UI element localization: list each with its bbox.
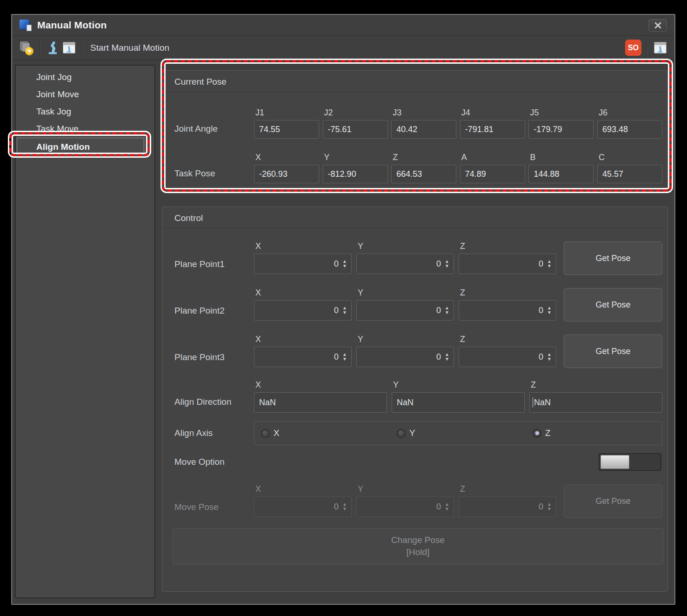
sidebar-item-task-move[interactable]: Task Move [16,120,154,137]
robot-window-button[interactable] [61,40,77,56]
spinner-arrows-icon[interactable]: ▲▼ [342,306,347,315]
align-direction-row: Align Direction X NaN Y NaN Z NaN [162,380,667,413]
plane-point1-row: Plane Point1 X 0▲▼ Y 0▲▼ Z 0▲▼ Get Pose [162,241,667,275]
toolbar-separator [647,40,647,56]
spinner-arrows-icon[interactable]: ▲▼ [445,306,449,315]
robot-window-icon [654,42,667,54]
spinner-arrows-icon[interactable]: ▲▼ [342,352,347,362]
joint-angle-j5-value: -179.79 [528,120,594,139]
align-axis-option-y[interactable]: Y [390,428,526,438]
app-document-icon [27,25,32,31]
sidebar-item-label: Task Jog [36,107,71,116]
column-header: Z [460,484,556,494]
control-header: Control [162,207,667,228]
sidebar-item-joint-move[interactable]: Joint Move [16,86,154,103]
task-pose-x-value: -260.93 [254,165,319,183]
current-pose-header: Current Pose [162,71,667,92]
column-header: Z [460,335,556,344]
main-panel: Current Pose Joint Angle J174.55 J2-75.6… [162,65,668,598]
sidebar-item-align-motion[interactable]: Align Motion [17,138,144,155]
column-header: Y [358,241,454,251]
plane-point2-y-spinner[interactable]: 0▲▼ [356,300,454,321]
column-header: Y [358,335,454,344]
move-pose-z-spinner: 0▲▼ [459,496,556,517]
power-settings-button[interactable] [19,40,34,56]
task-pose-a-value: 74.89 [460,165,525,183]
column-header: X [255,335,352,344]
content-area: Joint Jog Joint Move Task Jog Task Move … [12,60,674,604]
align-direction-y-field[interactable]: NaN [392,392,525,413]
plane-point2-z-spinner[interactable]: 0▲▼ [459,300,556,321]
align-axis-option-x[interactable]: X [254,428,390,438]
plane-point1-y-spinner[interactable]: 0▲▼ [356,254,454,274]
radio-label: Z [545,428,551,438]
column-header: C [599,153,662,162]
column-header: Z [460,241,556,251]
sidebar-item-label: Align Motion [36,142,90,152]
move-option-label: Move Option [174,457,254,467]
column-header: X [255,380,387,389]
spinner-arrows-icon: ▲▼ [342,502,347,511]
toolbar: Start Manual Motion SO [12,36,674,60]
radio-icon [533,429,541,438]
column-header: Z [460,288,556,297]
spinner-arrows-icon[interactable]: ▲▼ [445,259,449,268]
plane-point1-get-pose-button[interactable]: Get Pose [564,241,662,275]
sidebar-item-task-jog[interactable]: Task Jog [16,103,154,120]
column-header: Y [324,153,388,162]
toggle-knob [600,455,629,469]
radio-label: X [273,428,280,438]
spinner-arrows-icon[interactable]: ▲▼ [547,259,552,268]
plane-point3-z-spinner[interactable]: 0▲▼ [459,347,556,367]
app-icon [20,19,33,31]
spinner-arrows-icon[interactable]: ▲▼ [342,259,347,268]
column-header: J1 [255,108,319,117]
align-direction-z-field[interactable]: NaN [529,392,662,413]
robot-window-button-right[interactable] [652,40,668,56]
joint-angle-j1-value: 74.55 [254,120,319,139]
radio-icon [261,429,270,438]
plane-point1-label: Plane Point1 [174,241,254,275]
align-direction-label: Align Direction [174,380,254,413]
column-header: J3 [393,108,456,117]
current-pose-section: Current Pose Joint Angle J174.55 J2-75.6… [162,70,668,190]
align-axis-option-z[interactable]: Z [526,428,662,438]
task-pose-c-value: 45.57 [597,165,662,183]
plane-point1-z-spinner[interactable]: 0▲▼ [459,254,556,274]
sidebar: Joint Jog Joint Move Task Jog Task Move … [15,65,155,598]
close-button[interactable] [648,19,667,32]
manual-motion-window: Manual Motion [11,14,675,605]
change-pose-button: Change Pose [Hold] [173,528,663,564]
spinner-arrows-icon[interactable]: ▲▼ [445,352,449,362]
move-pose-row: Move Pose X 0▲▼ Y 0▲▼ Z 0▲▼ Get Pose [162,484,667,518]
spinner-arrows-icon[interactable]: ▲▼ [547,352,552,362]
joint-angle-j3-value: 40.42 [391,120,456,139]
start-manual-motion-command[interactable]: Start Manual Motion [90,43,169,53]
column-header: Y [358,484,454,494]
column-header: X [255,484,352,494]
plane-point1-x-spinner[interactable]: 0▲▼ [254,254,352,274]
spinner-arrows-icon[interactable]: ▲▼ [547,306,552,315]
so-badge[interactable]: SO [625,40,641,56]
move-pose-get-pose-button: Get Pose [564,484,662,518]
plane-point3-x-spinner[interactable]: 0▲▼ [254,347,352,367]
robot-arm-button[interactable] [45,40,61,56]
radio-label: Y [409,428,415,438]
plane-point2-x-spinner[interactable]: 0▲▼ [254,300,352,321]
sidebar-item-joint-jog[interactable]: Joint Jog [16,68,154,86]
move-option-toggle[interactable] [599,453,661,471]
plane-point3-y-spinner[interactable]: 0▲▼ [356,347,454,367]
close-icon [654,22,661,29]
plane-point2-get-pose-button[interactable]: Get Pose [564,288,662,321]
robot-arm-icon [47,41,60,55]
joint-angle-label: Joint Angle [174,108,254,139]
column-header: B [530,153,594,162]
plane-point3-get-pose-button[interactable]: Get Pose [564,335,662,368]
plane-point2-row: Plane Point2 X 0▲▼ Y 0▲▼ Z 0▲▼ Get Pose [162,288,667,321]
column-header: Y [393,380,525,389]
align-direction-x-field[interactable]: NaN [254,392,387,413]
radio-icon [397,429,406,438]
window-title: Manual Motion [37,20,107,31]
column-header: X [255,288,352,297]
sidebar-item-label: Task Move [36,124,79,134]
